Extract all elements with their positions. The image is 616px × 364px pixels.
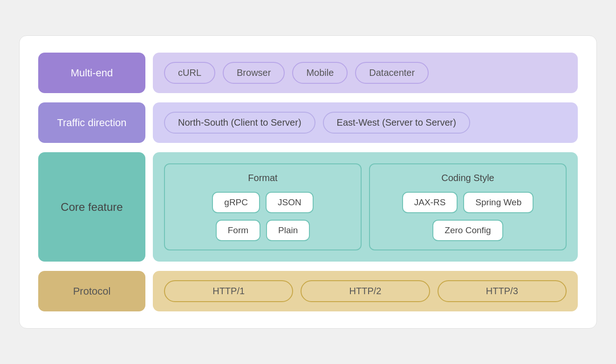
diagram-container: Multi-end cURL Browser Mobile Datacenter…	[19, 35, 597, 329]
core-feature-row: Core feature Format gRPC JSON Form Plain…	[38, 152, 578, 262]
format-title: Format	[174, 173, 351, 183]
pill-plain[interactable]: Plain	[266, 220, 310, 241]
format-pills-row2: Form Plain	[174, 220, 351, 241]
pill-datacenter[interactable]: Datacenter	[355, 62, 429, 84]
format-pills-row1: gRPC JSON	[174, 192, 351, 213]
multi-end-label: Multi-end	[38, 53, 145, 93]
format-subbox: Format gRPC JSON Form Plain	[164, 163, 362, 250]
pill-zero-config[interactable]: Zero Config	[432, 220, 503, 241]
protocol-content: HTTP/1 HTTP/2 HTTP/3	[153, 271, 578, 311]
pill-http1[interactable]: HTTP/1	[164, 280, 293, 302]
pill-mobile[interactable]: Mobile	[292, 62, 348, 84]
pill-http2[interactable]: HTTP/2	[301, 280, 430, 302]
pill-jax-rs[interactable]: JAX-RS	[402, 192, 458, 213]
coding-style-pills-row1: JAX-RS Spring Web	[379, 192, 556, 213]
core-feature-content: Format gRPC JSON Form Plain Coding Style…	[153, 152, 578, 262]
pill-http3[interactable]: HTTP/3	[438, 280, 567, 302]
multi-end-content: cURL Browser Mobile Datacenter	[153, 53, 578, 93]
pill-spring-web[interactable]: Spring Web	[463, 192, 534, 213]
protocol-label-text: Protocol	[73, 285, 111, 297]
traffic-direction-row: Traffic direction North-South (Client to…	[38, 102, 578, 143]
protocol-row: Protocol HTTP/1 HTTP/2 HTTP/3	[38, 271, 578, 311]
protocol-label: Protocol	[38, 271, 145, 311]
pill-east-west[interactable]: East-West (Server to Server)	[323, 112, 470, 134]
traffic-direction-content: North-South (Client to Server) East-West…	[153, 102, 578, 143]
coding-style-subbox: Coding Style JAX-RS Spring Web Zero Conf…	[369, 163, 567, 250]
pill-north-south[interactable]: North-South (Client to Server)	[164, 112, 315, 134]
pill-browser[interactable]: Browser	[223, 62, 285, 84]
multi-end-label-text: Multi-end	[71, 67, 113, 79]
traffic-direction-label: Traffic direction	[38, 102, 145, 143]
traffic-direction-label-text: Traffic direction	[57, 117, 126, 129]
pill-json[interactable]: JSON	[266, 192, 314, 213]
coding-style-title: Coding Style	[379, 173, 556, 183]
pill-grpc[interactable]: gRPC	[212, 192, 260, 213]
pill-form[interactable]: Form	[216, 220, 260, 241]
core-feature-label: Core feature	[38, 152, 145, 262]
coding-style-pills-row2: Zero Config	[379, 220, 556, 241]
multi-end-row: Multi-end cURL Browser Mobile Datacenter	[38, 53, 578, 93]
core-feature-label-text: Core feature	[61, 201, 123, 214]
pill-curl[interactable]: cURL	[164, 62, 215, 84]
